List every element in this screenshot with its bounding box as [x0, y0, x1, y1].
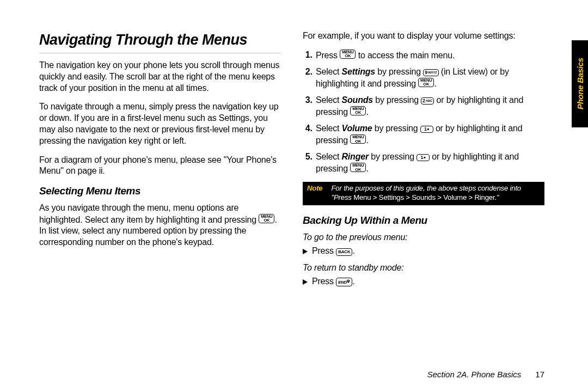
right-column: For example, if you want to display your…	[303, 30, 544, 292]
left-column: Navigating Through the Menus The navigat…	[39, 30, 281, 292]
text-run: Select	[316, 95, 342, 105]
key-2-icon: 2ABC	[421, 97, 434, 105]
text-run: .	[352, 246, 354, 255]
step-item: Select Volume by pressing 1■ or by highl…	[315, 123, 544, 146]
step-item: Select Sounds by pressing 2ABC or by hig…	[315, 95, 544, 118]
text-run: As you navigate through the menu, menu o…	[39, 203, 259, 224]
text-run: Select	[316, 152, 342, 161]
text-run: by pressing	[372, 124, 420, 133]
page-content: Navigating Through the Menus The navigat…	[0, 0, 588, 292]
title-underline	[39, 53, 281, 53]
note-callout: Note For the purposes of this guide, the…	[303, 182, 544, 205]
instruction-label: To return to standby mode:	[303, 262, 544, 274]
side-tab-phone-basics: Phone Basics	[572, 40, 588, 127]
body-paragraph: For example, if you want to display your…	[303, 30, 544, 42]
menu-ok-key-icon: MENUOK	[350, 134, 366, 144]
emphasis: Sounds	[342, 95, 373, 105]
body-paragraph: As you navigate through the menu, menu o…	[39, 203, 281, 248]
menu-ok-key-icon: MENUOK	[418, 78, 434, 87]
text-run: by pressing	[369, 152, 416, 161]
key-1-icon: 1■	[416, 154, 430, 161]
emphasis: Ringer	[342, 152, 369, 161]
text-run: Press	[312, 277, 336, 286]
body-paragraph: To navigate through a menu, simply press…	[39, 101, 281, 146]
bullet-item: Press END⏻.	[303, 276, 544, 287]
end-key-icon: END⏻	[336, 278, 352, 286]
text-run: .	[366, 136, 368, 145]
back-key-icon: BACK	[336, 248, 352, 256]
bullet-item: Press BACK.	[303, 246, 544, 257]
text-run: .	[366, 107, 368, 116]
footer-page-number: 17	[535, 370, 544, 379]
text-run: Press BACK.	[312, 246, 355, 257]
steps-list: Press MENUOK to access the main menu. Se…	[303, 50, 544, 175]
text-run: .	[366, 164, 368, 173]
step-item: Select Settings by pressing 9WXYZ (in Li…	[315, 66, 544, 89]
triangle-bullet-icon	[303, 279, 308, 285]
key-1-icon: 1■	[420, 126, 433, 133]
text-run: by pressing	[373, 95, 421, 105]
menu-ok-key-icon: MENUOK	[340, 50, 356, 59]
key-9-icon: 9WXYZ	[423, 69, 438, 76]
menu-ok-key-icon: MENUOK	[350, 106, 366, 115]
text-run: to access the main menu.	[356, 50, 455, 59]
subheading-backing-up: Backing Up Within a Menu	[303, 214, 544, 228]
text-run: Menu > Settings > Sounds > Volume > Ring…	[353, 193, 497, 201]
text-run: Press	[312, 246, 336, 255]
menu-ok-key-icon: MENUOK	[259, 214, 274, 223]
text-run: .	[434, 78, 436, 88]
text-run: "	[497, 193, 499, 201]
step-item: Press MENUOK to access the main menu.	[315, 50, 544, 61]
note-body: For the purposes of this guide, the abov…	[328, 182, 544, 205]
text-run: Press	[316, 50, 340, 59]
menu-ok-key-icon: MENUOK	[350, 163, 366, 172]
footer-section: Section 2A. Phone Basics	[427, 370, 522, 379]
text-run: by pressing	[375, 67, 423, 76]
step-item: Select Ringer by pressing 1■ or by highl…	[315, 151, 544, 174]
text-run: Select	[316, 67, 342, 76]
body-paragraph: For a diagram of your phone's menu, plea…	[39, 155, 281, 177]
page-title: Navigating Through the Menus	[39, 30, 281, 50]
text-run: Press END⏻.	[312, 276, 355, 287]
body-paragraph: The navigation key on your phone lets yo…	[39, 60, 281, 94]
page-footer: Section 2A. Phone Basics 17	[427, 370, 544, 379]
note-label: Note	[303, 182, 328, 205]
triangle-bullet-icon	[303, 249, 308, 254]
instruction-label: To go to the previous menu:	[303, 232, 544, 243]
text-run: .	[352, 277, 354, 286]
emphasis: Settings	[342, 67, 376, 76]
emphasis: Volume	[342, 124, 372, 133]
subheading-selecting-menu-items: Selecting Menu Items	[39, 185, 281, 198]
text-run: Select	[316, 124, 342, 133]
